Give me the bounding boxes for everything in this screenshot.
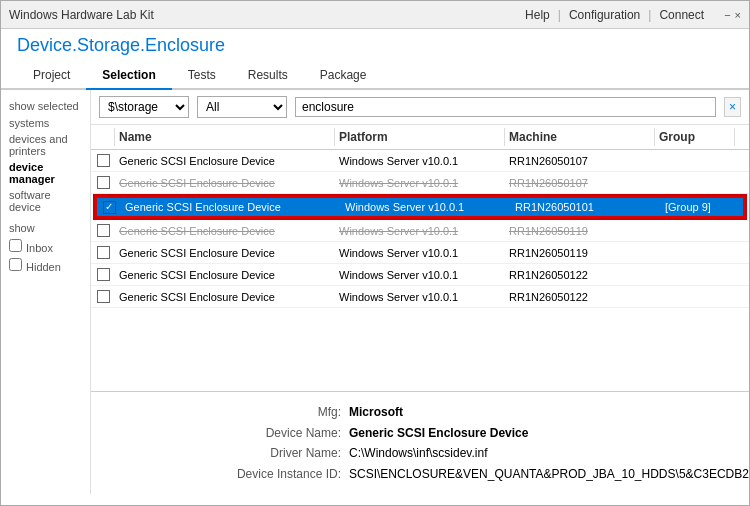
col-header-0 [91,128,115,146]
clear-button[interactable]: × [724,97,741,117]
row-group-1 [655,181,735,185]
col-header-2: Platform [335,128,505,146]
sidebar-item-software-device[interactable]: software device [9,188,82,214]
device-instance-label: Device Instance ID: [221,464,341,484]
sidebar: show selected systemsdevices and printer… [1,90,91,494]
title-bar-right: Help | Configuration | Connect − × [525,8,741,22]
row-platform-0: Windows Server v10.0.1 [335,153,505,169]
row-checkbox-5[interactable] [91,266,115,283]
row-checkbox-3[interactable] [91,222,115,239]
row-checkbox-2[interactable] [97,199,121,216]
mfg-value: Microsoft [349,402,403,422]
search-input[interactable] [295,97,716,117]
checkbox-icon[interactable] [97,246,110,259]
row-platform-1: Windows Server v10.0.1 [335,175,505,191]
row-machine-6: RR1N26050122 [505,289,655,305]
table-row[interactable]: Generic SCSI Enclosure DeviceWindows Ser… [91,286,749,308]
row-platform-5: Windows Server v10.0.1 [335,267,505,283]
tab-results[interactable]: Results [232,62,304,90]
row-machine-5: RR1N26050122 [505,267,655,283]
row-name-3: Generic SCSI Enclosure Device [115,223,335,239]
sidebar-item-inbox[interactable]: Inbox [9,238,82,255]
help-link[interactable]: Help [525,8,550,22]
show-title: show [9,222,82,234]
row-machine-2: RR1N26050101 [511,199,661,215]
table-header: NamePlatformMachineGroup [91,125,749,150]
title-bar-text: Windows Hardware Lab Kit [9,8,154,22]
show-selected-title: show selected [9,100,82,112]
table-row[interactable]: Generic SCSI Enclosure DeviceWindows Ser… [95,196,745,218]
col-header-3: Machine [505,128,655,146]
app-title-bar: Windows Hardware Lab Kit [9,8,154,22]
device-name-value: Generic SCSI Enclosure Device [349,423,528,443]
row-machine-0: RR1N26050107 [505,153,655,169]
row-group-6 [655,295,735,299]
row-group-4 [655,251,735,255]
device-instance-row: Device Instance ID: SCSI\ENCLOSURE&VEN_Q… [221,464,733,484]
row-name-0: Generic SCSI Enclosure Device [115,153,335,169]
col-header-1: Name [115,128,335,146]
row-platform-2: Windows Server v10.0.1 [341,199,511,215]
driver-name-row: Driver Name: C:\Windows\inf\scsidev.inf [221,443,733,463]
row-platform-4: Windows Server v10.0.1 [335,245,505,261]
row-machine-1: RR1N26050107 [505,175,655,191]
driver-name-value: C:\Windows\inf\scsidev.inf [349,443,488,463]
row-machine-4: RR1N26050119 [505,245,655,261]
app-title: Device.Storage.Enclosure [17,35,733,56]
row-checkbox-4[interactable] [91,244,115,261]
tab-package[interactable]: Package [304,62,383,90]
all-select[interactable]: All [197,96,287,118]
row-platform-3: Windows Server v10.0.1 [335,223,505,239]
app-header: Device.Storage.Enclosure [1,29,749,56]
tabs-bar: ProjectSelectionTestsResultsPackage [1,60,749,90]
row-group-3 [655,229,735,233]
checkbox-icon[interactable] [97,154,110,167]
checkbox-icon[interactable] [103,201,116,214]
device-name-row: Device Name: Generic SCSI Enclosure Devi… [221,423,733,443]
table-row[interactable]: Generic SCSI Enclosure DeviceWindows Ser… [91,150,749,172]
connect-link[interactable]: Connect [659,8,704,22]
row-group-5 [655,273,735,277]
row-name-5: Generic SCSI Enclosure Device [115,267,335,283]
col-header-4: Group [655,128,735,146]
checkbox-icon[interactable] [97,176,110,189]
row-name-4: Generic SCSI Enclosure Device [115,245,335,261]
checkbox-icon[interactable] [97,224,110,237]
mfg-row: Mfg: Microsoft [221,402,733,422]
row-machine-3: RR1N26050119 [505,223,655,239]
row-name-2: Generic SCSI Enclosure Device [121,199,341,215]
tab-project[interactable]: Project [17,62,86,90]
storage-select[interactable]: $\storage [99,96,189,118]
close-button[interactable]: × [735,9,741,21]
row-checkbox-6[interactable] [91,288,115,305]
checkbox-icon[interactable] [97,268,110,281]
table-row[interactable]: Generic SCSI Enclosure DeviceWindows Ser… [91,220,749,242]
row-checkbox-0[interactable] [91,152,115,169]
title-bar: Windows Hardware Lab Kit Help | Configur… [1,1,749,29]
row-group-2: [Group 9] [661,199,741,215]
device-instance-value: SCSI\ENCLOSURE&VEN_QUANTA&PROD_JBA_10_HD… [349,464,749,484]
row-platform-6: Windows Server v10.0.1 [335,289,505,305]
tab-tests[interactable]: Tests [172,62,232,90]
table-row[interactable]: Generic SCSI Enclosure DeviceWindows Ser… [91,242,749,264]
sidebar-item-hidden[interactable]: Hidden [9,257,82,274]
minimize-button[interactable]: − [724,9,730,21]
driver-name-label: Driver Name: [221,443,341,463]
configuration-link[interactable]: Configuration [569,8,640,22]
row-checkbox-1[interactable] [91,174,115,191]
content-area: $\storage All × NamePlatformMachineGroup… [91,90,749,494]
tab-selection[interactable]: Selection [86,62,171,90]
row-name-6: Generic SCSI Enclosure Device [115,289,335,305]
device-table: NamePlatformMachineGroup Generic SCSI En… [91,125,749,391]
mfg-label: Mfg: [221,402,341,422]
row-name-1: Generic SCSI Enclosure Device [115,175,335,191]
sidebar-item-systems[interactable]: systems [9,116,82,130]
table-row[interactable]: Generic SCSI Enclosure DeviceWindows Ser… [91,264,749,286]
sidebar-item-devices-and-printers[interactable]: devices and printers [9,132,82,158]
sidebar-item-device-manager[interactable]: device manager [9,160,82,186]
table-row[interactable]: Generic SCSI Enclosure DeviceWindows Ser… [91,172,749,194]
filter-bar: $\storage All × [91,90,749,125]
checkbox-icon[interactable] [97,290,110,303]
detail-panel: Mfg: Microsoft Device Name: Generic SCSI… [91,391,749,494]
window-controls: − × [724,9,741,21]
